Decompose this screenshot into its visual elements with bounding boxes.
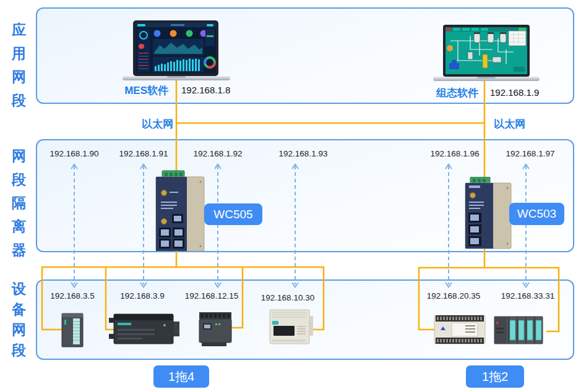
device-ip-5: 192.168.20.35 <box>413 291 494 300</box>
isolator-ip-4: 192.168.1.93 <box>263 149 343 158</box>
isolator-ip-6: 192.168.1.97 <box>490 149 570 158</box>
mode-badge-left: 1拖4 <box>153 365 209 388</box>
plc-1-image <box>61 311 87 349</box>
wc505-model-badge: WC505 <box>204 203 262 225</box>
device-ip-2: 192.168.3.9 <box>102 291 183 300</box>
wc503-gateway-image <box>459 177 516 250</box>
scada-software-label: 组态软件 <box>404 86 478 100</box>
plc-3-image <box>197 311 236 347</box>
segment-label-device: 设备网段 <box>11 279 27 360</box>
device-ip-4: 192.168.10.30 <box>247 293 328 302</box>
ethernet-label-left: 以太网 <box>111 117 173 131</box>
isolator-ip-3: 192.168.1.92 <box>178 149 258 158</box>
mes-laptop-image <box>123 20 230 83</box>
wc505-gateway-image <box>148 169 207 252</box>
segment-label-isolator: 网段隔离器 <box>11 144 27 262</box>
ethernet-label-right: 以太网 <box>494 117 556 131</box>
network-topology-diagram: 应用网段 网段隔离器 设备网段 <box>0 0 581 392</box>
segment-label-application: 应用网段 <box>11 18 27 112</box>
device-ip-1: 192.168.3.5 <box>32 291 113 300</box>
wc503-model-badge: WC503 <box>509 203 564 225</box>
scada-ip-label: 192.168.1.9 <box>490 87 558 98</box>
isolator-ip-2: 192.168.1.91 <box>103 149 184 158</box>
device-ip-3: 192.168.12.15 <box>171 291 252 300</box>
scada-laptop-image <box>433 25 540 83</box>
mes-ip-label: 192.168.1.8 <box>181 85 249 95</box>
isolator-ip-5: 192.168.1.96 <box>415 149 495 158</box>
plc-4-image <box>269 307 314 347</box>
device-ip-6: 192.168.33.31 <box>488 291 568 300</box>
plc-6-image <box>493 315 545 345</box>
mes-software-label: MES软件 <box>94 83 168 98</box>
plc-2-image <box>109 310 182 346</box>
mode-badge-right: 1拖2 <box>466 365 524 388</box>
plc-5-image <box>433 313 488 346</box>
isolator-ip-1: 192.168.1.90 <box>34 149 114 158</box>
